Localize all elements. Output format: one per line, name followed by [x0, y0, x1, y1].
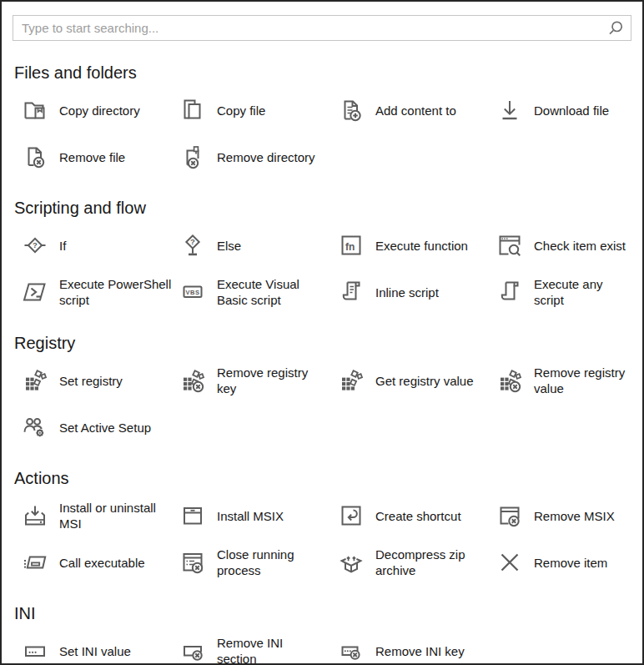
add-content-icon: [338, 97, 365, 123]
check-item-exist-icon: [496, 232, 523, 259]
action-item-label: Execute Visual Basic script: [217, 276, 304, 308]
section: Actions Install or uninstall MSIInstall …: [2, 468, 642, 582]
action-item[interactable]: Close running process: [179, 543, 338, 582]
section-grid: ?If?ElsefnExecute functionCheck item exi…: [2, 226, 642, 311]
section: Registry Set registryRemove registry key…: [2, 333, 642, 446]
svg-text:?: ?: [190, 237, 195, 246]
action-item-label: Check item exist: [534, 238, 631, 254]
action-item[interactable]: Execute any script: [496, 273, 636, 311]
action-item[interactable]: Copy directory: [22, 91, 179, 129]
copy-directory-icon: [22, 97, 48, 123]
section-grid: Install or uninstall MSIInstall MSIXCrea…: [2, 496, 642, 582]
action-item[interactable]: Inline script: [338, 273, 496, 311]
action-item-label: Remove INI section: [217, 635, 288, 665]
action-item-label: Install or uninstall MSI: [59, 500, 161, 531]
inline-script-icon: [338, 279, 365, 305]
action-item[interactable]: ?Else: [179, 226, 338, 264]
action-item[interactable]: VBSExecute Visual Basic script: [179, 273, 338, 311]
action-item[interactable]: Install MSIX: [179, 496, 338, 535]
action-item[interactable]: Download file: [496, 91, 636, 129]
action-item[interactable]: Remove registry value: [496, 361, 636, 400]
action-item[interactable]: fnExecute function: [338, 226, 496, 264]
section: Files and folders Copy directoryCopy fil…: [2, 63, 642, 176]
download-file-icon: [496, 97, 523, 123]
section-grid: Set registryRemove registry keyGet regis…: [2, 361, 642, 446]
action-item[interactable]: Remove file: [22, 138, 179, 176]
action-item[interactable]: Check item exist: [496, 226, 636, 264]
action-item-label: Remove registry value: [534, 365, 630, 396]
action-item-label: Remove file: [59, 149, 130, 165]
action-item-label: Remove item: [534, 555, 612, 571]
action-item[interactable]: Set Active Setup: [22, 408, 179, 446]
call-executable-icon: [22, 549, 48, 576]
action-item-label: Copy file: [217, 103, 270, 118]
action-item[interactable]: Get registry value: [338, 361, 496, 400]
action-item-label: Else: [217, 238, 246, 254]
install-msi-icon: [22, 502, 48, 529]
decompress-zip-icon: [338, 549, 365, 576]
action-item[interactable]: Remove INI key: [338, 632, 496, 665]
action-item-label: Remove registry key: [217, 365, 313, 396]
action-item-label: Remove INI key: [375, 643, 470, 659]
action-item-label: Download file: [534, 103, 614, 118]
action-item[interactable]: Add content to: [338, 91, 496, 129]
set-ini-value-icon: [22, 637, 48, 664]
section-title: Actions: [14, 468, 642, 488]
remove-msix-icon: [496, 502, 523, 529]
action-item-label: Close running process: [217, 547, 299, 578]
remove-ini-section-icon: [179, 637, 206, 664]
action-item[interactable]: Call executable: [22, 543, 179, 582]
action-item[interactable]: Remove registry key: [179, 361, 338, 400]
search-input[interactable]: [13, 15, 631, 41]
remove-directory-icon: [179, 144, 206, 170]
action-item[interactable]: ?If: [22, 226, 179, 264]
section-title: Scripting and flow: [14, 198, 642, 218]
section-grid: Copy directoryCopy fileAdd content toDow…: [2, 91, 642, 176]
section-title: Files and folders: [14, 63, 642, 83]
action-item[interactable]: Decompress zip archive: [338, 543, 496, 582]
search-icon: [607, 20, 624, 37]
sections: Files and folders Copy directoryCopy fil…: [2, 63, 642, 665]
action-item-label: Inline script: [375, 285, 444, 300]
copy-file-icon: [179, 97, 206, 123]
svg-text:VBS: VBS: [186, 289, 200, 296]
else-icon: ?: [179, 232, 206, 259]
execute-function-icon: fn: [338, 232, 365, 259]
action-item[interactable]: Set registry: [22, 361, 179, 400]
action-item[interactable]: Create shortcut: [338, 496, 496, 535]
action-item[interactable]: Install or uninstall MSI: [22, 496, 179, 535]
action-item[interactable]: Remove MSIX: [496, 496, 636, 535]
action-item-label: Set Active Setup: [59, 420, 156, 436]
action-item-label: Add content to: [375, 103, 461, 118]
action-item-label: Copy directory: [59, 103, 145, 118]
action-item-label: Install MSIX: [217, 508, 289, 524]
remove-registry-value-icon: [496, 367, 523, 394]
action-item[interactable]: Execute PowerShell script: [22, 273, 179, 311]
action-item-label: Execute function: [375, 238, 473, 254]
svg-text:fn: fn: [345, 241, 355, 253]
action-item[interactable]: Set INI value: [22, 632, 179, 665]
action-palette: Files and folders Copy directoryCopy fil…: [0, 0, 644, 665]
any-script-icon: [496, 279, 523, 305]
remove-ini-key-icon: [338, 637, 365, 664]
action-item[interactable]: Copy file: [179, 91, 338, 129]
section-title: Registry: [14, 333, 642, 353]
action-item[interactable]: Remove item: [496, 543, 636, 582]
section: Scripting and flow ?If?ElsefnExecute fun…: [2, 198, 642, 311]
action-item-label: Execute PowerShell script: [59, 276, 176, 308]
create-shortcut-icon: [338, 502, 365, 529]
search-bar: [13, 15, 631, 41]
section: INI Set INI valueRemove INI sectionRemov…: [2, 603, 642, 665]
remove-file-icon: [22, 144, 48, 170]
set-registry-icon: [22, 367, 48, 394]
section-title: INI: [14, 603, 642, 623]
action-item-label: Remove MSIX: [534, 508, 620, 524]
close-process-icon: [179, 549, 206, 576]
action-item-label: Get registry value: [375, 373, 479, 389]
section-grid: Set INI valueRemove INI sectionRemove IN…: [2, 632, 642, 665]
action-item[interactable]: Remove INI section: [179, 632, 338, 665]
if-icon: ?: [22, 232, 48, 259]
powershell-script-icon: [22, 279, 48, 305]
svg-text:?: ?: [33, 240, 38, 249]
action-item[interactable]: Remove directory: [179, 138, 338, 176]
